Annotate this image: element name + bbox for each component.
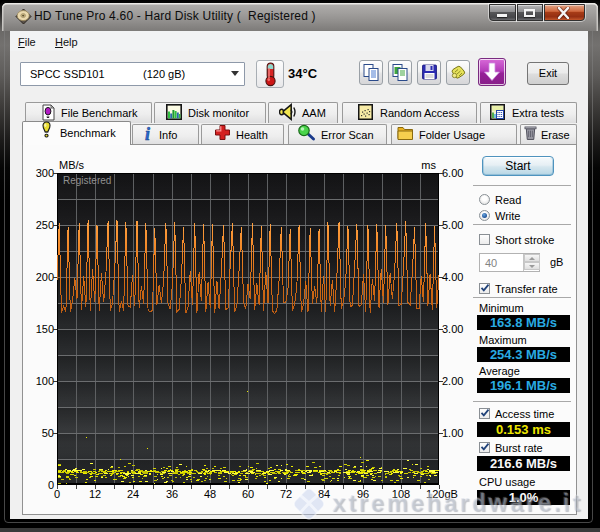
svg-text:i: i [145, 124, 150, 142]
